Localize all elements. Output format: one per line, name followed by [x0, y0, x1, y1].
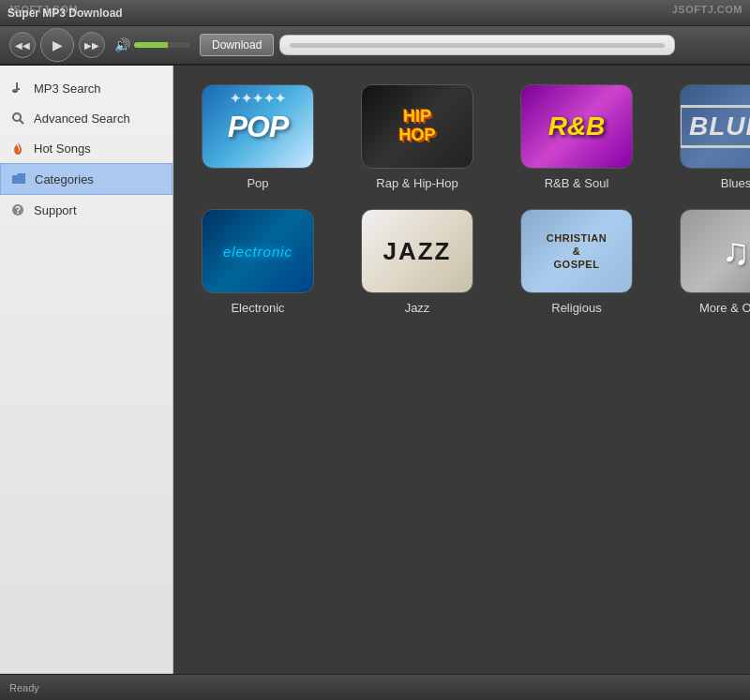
- category-rnb[interactable]: R&B R&B & Soul: [511, 84, 642, 190]
- jazz-text: JAZZ: [383, 237, 452, 266]
- category-thumb-other: ♫: [680, 209, 750, 293]
- sidebar-item-categories[interactable]: Categories: [0, 163, 172, 195]
- category-gospel[interactable]: Christian&Gospel Religious: [511, 209, 642, 315]
- volume-control[interactable]: 🔊: [114, 37, 190, 52]
- main-layout: MP3 Search Advanced Search Hot Songs Cat…: [0, 66, 750, 674]
- category-label-pop: Pop: [247, 176, 268, 190]
- player-toolbar: ◀◀ ▶ ▶▶ 🔊 Download 00:00 / 00:00: [0, 26, 750, 66]
- category-label-gospel: Religious: [551, 301, 601, 315]
- category-thumb-rnb: R&B: [520, 84, 633, 169]
- sidebar-label-mp3-search: MP3 Search: [34, 82, 101, 96]
- seek-track[interactable]: [290, 43, 664, 48]
- category-blues[interactable]: BLUES Blues: [670, 84, 750, 190]
- gospel-text: Christian&Gospel: [547, 231, 607, 272]
- volume-icon: 🔊: [114, 37, 130, 52]
- help-icon: ?: [9, 201, 26, 218]
- categories-grid: ✦✦✦✦✦ POP Pop HIPHOP Rap & Hip-Hop R&B R…: [192, 84, 731, 315]
- sidebar-label-support: Support: [34, 203, 77, 217]
- svg-line-4: [20, 120, 23, 124]
- category-hiphop[interactable]: HIPHOP Rap & Hip-Hop: [352, 84, 483, 190]
- category-label-hiphop: Rap & Hip-Hop: [376, 176, 458, 190]
- download-button[interactable]: Download: [200, 34, 274, 56]
- hiphop-text: HIPHOP: [398, 108, 435, 145]
- sidebar: MP3 Search Advanced Search Hot Songs Cat…: [0, 66, 173, 674]
- watermark-tr: JSOFTJ.COM: [672, 4, 742, 15]
- status-text: Ready: [9, 682, 39, 693]
- category-thumb-jazz: JAZZ: [361, 209, 473, 293]
- fire-icon: [9, 140, 26, 156]
- category-label-blues: Blues: [721, 176, 750, 190]
- transport-controls: ◀◀ ▶ ▶▶: [9, 28, 105, 62]
- electronic-text: electronic: [223, 244, 292, 260]
- play-button[interactable]: ▶: [40, 28, 74, 62]
- category-thumb-blues: BLUES: [680, 84, 750, 169]
- svg-text:?: ?: [15, 205, 21, 216]
- next-button[interactable]: ▶▶: [79, 32, 105, 58]
- category-electronic[interactable]: electronic Electronic: [192, 209, 323, 315]
- svg-point-3: [13, 113, 21, 121]
- title-bar: Super MP3 Download: [0, 0, 750, 26]
- sidebar-item-mp3-search[interactable]: MP3 Search: [0, 73, 172, 103]
- sidebar-label-advanced-search: Advanced Search: [34, 112, 130, 126]
- volume-slider[interactable]: [134, 42, 190, 48]
- rnb-text: R&B: [548, 112, 606, 141]
- category-label-electronic: Electronic: [231, 301, 284, 315]
- sidebar-item-support[interactable]: ? Support: [0, 195, 172, 225]
- sidebar-label-hot-songs: Hot Songs: [34, 141, 91, 156]
- note-icon: [9, 80, 26, 97]
- category-thumb-electronic: electronic: [202, 209, 314, 293]
- watermark-tl: JSOFTJ.COM: [8, 4, 78, 15]
- seek-bar-container[interactable]: [279, 35, 674, 55]
- blues-text: BLUES: [680, 105, 750, 148]
- category-jazz[interactable]: JAZZ Jazz: [352, 209, 483, 315]
- sidebar-label-categories: Categories: [35, 172, 94, 186]
- other-icon: ♫: [722, 231, 750, 273]
- sidebar-item-hot-songs[interactable]: Hot Songs: [0, 133, 172, 163]
- category-thumb-pop: ✦✦✦✦✦ POP: [202, 84, 314, 169]
- time-display: 00:00 / 00:00: [681, 39, 741, 51]
- category-label-rnb: R&B & Soul: [545, 176, 609, 190]
- category-pop[interactable]: ✦✦✦✦✦ POP Pop: [192, 84, 323, 190]
- category-label-other: More & Other: [699, 301, 750, 315]
- pop-text: POP: [228, 110, 289, 144]
- search-icon: [9, 110, 26, 127]
- sidebar-item-advanced-search[interactable]: Advanced Search: [0, 103, 172, 133]
- category-label-jazz: Jazz: [405, 301, 430, 315]
- status-bar: Ready: [0, 674, 750, 700]
- content-area: ✦✦✦✦✦ POP Pop HIPHOP Rap & Hip-Hop R&B R…: [173, 66, 750, 674]
- stars-overlay: ✦✦✦✦✦: [202, 91, 313, 106]
- folder-icon: [10, 171, 27, 187]
- prev-button[interactable]: ◀◀: [9, 32, 36, 58]
- category-other[interactable]: ♫ More & Other: [670, 209, 750, 315]
- category-thumb-gospel: Christian&Gospel: [520, 209, 633, 293]
- category-thumb-hiphop: HIPHOP: [361, 84, 473, 169]
- svg-point-2: [12, 89, 18, 93]
